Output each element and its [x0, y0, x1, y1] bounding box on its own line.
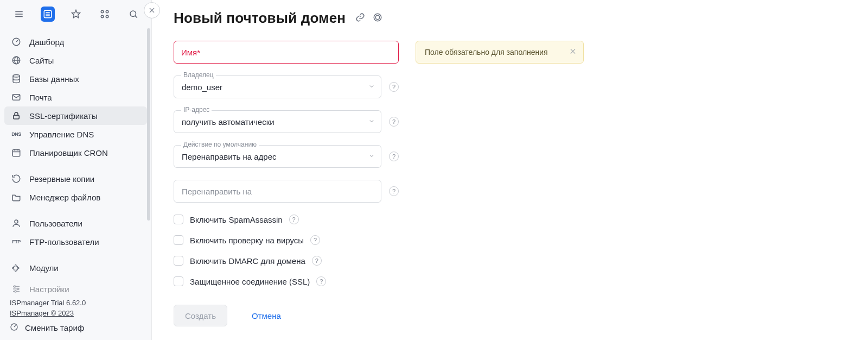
check-label: Защищенное соединение (SSL): [190, 277, 310, 286]
sidebar-item-0[interactable]: Дашборд: [4, 33, 147, 51]
check-label: Включить проверку на вирусы: [190, 236, 304, 245]
check-row-1: Включить проверку на вирусы?: [174, 235, 399, 245]
sidebar-item-2[interactable]: Базы данных: [4, 70, 147, 88]
sidebar-item-16[interactable]: Настройки: [4, 285, 147, 293]
cancel-button[interactable]: Отмена: [240, 305, 292, 326]
owner-select[interactable]: demo_user: [174, 75, 381, 98]
mail-icon: [11, 92, 22, 103]
default-action-field[interactable]: Действие по умолчанию Перенаправить на а…: [174, 145, 381, 168]
check-help-icon-2[interactable]: ?: [312, 256, 322, 266]
check-help-icon-3[interactable]: ?: [316, 276, 326, 286]
sidebar-item-14[interactable]: Модули: [4, 259, 147, 277]
checkbox-0[interactable]: [174, 215, 183, 224]
redirect-field[interactable]: [174, 180, 381, 203]
svg-point-9: [106, 10, 108, 13]
menu-icon[interactable]: [12, 7, 27, 22]
ip-help-icon[interactable]: ?: [389, 117, 399, 127]
svg-line-13: [135, 16, 137, 17]
toast-close-icon[interactable]: [569, 48, 577, 57]
default-action-label: Действие по умолчанию: [181, 141, 259, 148]
search-icon[interactable]: [126, 7, 141, 22]
scrollbar-thumb[interactable]: [147, 28, 150, 221]
sidebar-item-label: Резервные копии: [29, 174, 94, 184]
puzzle-icon: [11, 262, 22, 273]
checkbox-2[interactable]: [174, 256, 183, 266]
ip-field[interactable]: IP-адрес получить автоматически: [174, 110, 381, 133]
refresh-icon: [11, 173, 22, 184]
svg-point-36: [375, 15, 380, 20]
sidebar-item-1[interactable]: Сайты: [4, 51, 147, 70]
default-action-select[interactable]: Перенаправить на адрес: [174, 145, 381, 168]
svg-point-30: [17, 288, 19, 290]
redirect-input[interactable]: [174, 180, 381, 203]
svg-point-31: [15, 291, 16, 292]
owner-label: Владелец: [181, 71, 216, 79]
ip-value: получить автоматически: [182, 117, 275, 127]
svg-point-8: [101, 10, 104, 13]
list-icon[interactable]: [41, 7, 55, 22]
checkbox-3[interactable]: [174, 276, 183, 286]
svg-point-10: [101, 15, 104, 18]
redirect-help-icon[interactable]: ?: [389, 186, 399, 196]
sidebar-item-label: Планировщик CRON: [29, 148, 108, 158]
check-help-icon-1[interactable]: ?: [310, 235, 320, 245]
name-field[interactable]: Имя*: [174, 41, 399, 64]
sidebar-item-label: Менеджер файлов: [29, 193, 100, 202]
toast-text: Поле обязательно для заполнения: [425, 48, 548, 56]
required-toast: Поле обязательно для заполнения: [416, 41, 584, 64]
modules-top-icon[interactable]: [98, 7, 112, 22]
create-button[interactable]: Создать: [174, 305, 227, 326]
copyright-link[interactable]: ISPmanager © 2023: [10, 309, 142, 317]
sidebar-item-3[interactable]: Почта: [4, 88, 147, 106]
form-actions: Создать Отмена: [174, 305, 399, 326]
svg-point-35: [374, 14, 381, 21]
svg-point-18: [13, 75, 20, 78]
check-row-3: Защищенное соединение (SSL)?: [174, 276, 399, 286]
version-text: ISPmanager Trial 6.62.0: [10, 299, 142, 307]
sidebar-item-8[interactable]: Резервные копии: [4, 169, 147, 188]
star-icon[interactable]: [69, 7, 84, 22]
sidebar-item-label: Базы данных: [29, 74, 79, 84]
ip-select[interactable]: получить автоматически: [174, 110, 381, 133]
link-icon[interactable]: [355, 12, 365, 24]
sidebar-item-5[interactable]: DNSУправление DNS: [4, 125, 147, 143]
svg-rect-21: [12, 150, 20, 156]
sidebar-item-label: Модули: [29, 263, 59, 273]
sidebar-item-9[interactable]: Менеджер файлов: [4, 188, 147, 206]
svg-point-12: [130, 11, 136, 17]
sidebar-item-11[interactable]: Пользователи: [4, 214, 147, 232]
info-icon[interactable]: [373, 12, 382, 24]
close-panel-button[interactable]: [144, 2, 160, 18]
dns-icon: DNS: [11, 129, 22, 140]
sidebar-nav: ДашбордСайтыБазы данныхПочтаSSL-сертифик…: [0, 28, 151, 293]
owner-field[interactable]: Владелец demo_user: [174, 75, 381, 98]
check-row-0: Включить SpamAssassin?: [174, 215, 399, 224]
checkbox-1[interactable]: [174, 235, 183, 245]
folder-icon: [11, 192, 22, 203]
sidebar-item-4[interactable]: SSL-сертификаты: [4, 106, 147, 125]
sidebar-item-label: Почта: [29, 93, 52, 102]
sidebar-item-label: FTP-пользователи: [29, 237, 99, 247]
page-header: Новый почтовый домен: [174, 10, 846, 27]
ip-label: IP-адрес: [181, 106, 212, 114]
default-action-help-icon[interactable]: ?: [389, 152, 399, 161]
ftp-icon: FTP: [11, 236, 22, 247]
svg-point-29: [14, 286, 16, 287]
sidebar: ДашбордСайтыБазы данныхПочтаSSL-сертифик…: [0, 0, 152, 340]
sidebar-item-label: SSL-сертификаты: [29, 111, 98, 121]
gauge-small-icon: [10, 323, 20, 332]
sidebar-item-6[interactable]: Планировщик CRON: [4, 143, 147, 162]
svg-marker-7: [72, 10, 80, 18]
page-title: Новый почтовый домен: [174, 10, 346, 27]
owner-help-icon[interactable]: ?: [389, 82, 399, 92]
calendar-icon: [11, 147, 22, 158]
database-icon: [11, 73, 22, 84]
name-input[interactable]: [174, 41, 399, 64]
change-tariff-link[interactable]: Сменить тариф: [10, 323, 142, 332]
check-help-icon-0[interactable]: ?: [289, 215, 299, 224]
sidebar-item-12[interactable]: FTPFTP-пользователи: [4, 232, 147, 251]
sidebar-item-label: Сайты: [29, 56, 54, 65]
scrollbar-track: [147, 28, 150, 275]
sidebar-item-label: Настройки: [29, 285, 69, 293]
form: Имя* Поле обязательно для заполнения Вла…: [174, 41, 399, 326]
